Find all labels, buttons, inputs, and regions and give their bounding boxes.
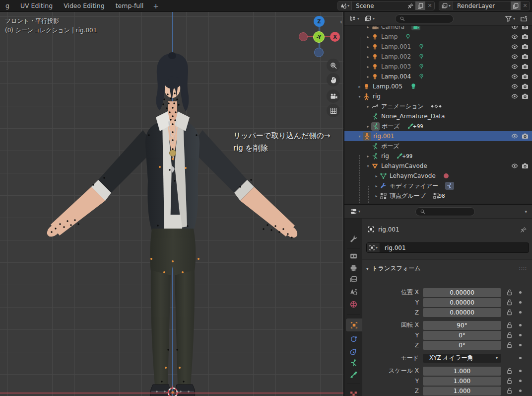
render-visibility-icon[interactable] — [521, 162, 529, 170]
tab-view-layer-properties[interactable] — [344, 273, 362, 286]
gizmo-y-negative[interactable]: -Y — [313, 31, 325, 43]
visibility-eye-icon[interactable] — [511, 132, 519, 140]
animate-property-dot[interactable] — [519, 334, 522, 336]
chevron-down-icon[interactable]: ▾ — [525, 209, 527, 214]
scene-name[interactable]: Scene — [352, 2, 405, 9]
outliner-row-label[interactable]: Lamp.002 — [381, 53, 411, 60]
gizmo-z-negative[interactable] — [314, 48, 324, 57]
outliner-row-label[interactable]: 頂点グループ — [390, 192, 426, 200]
camera-view-button[interactable] — [327, 89, 340, 103]
gizmo-x-positive[interactable]: X — [330, 32, 340, 42]
tab-bone-properties[interactable] — [344, 368, 362, 381]
render-visibility-icon[interactable] — [521, 82, 529, 90]
animate-property-dot[interactable] — [519, 324, 522, 326]
tab-object-data-properties[interactable] — [344, 356, 362, 369]
lock-icon[interactable] — [506, 341, 513, 349]
disclosure-arrow-icon[interactable]: ▾ — [365, 164, 371, 168]
disclosure-arrow-icon[interactable]: ▸ — [365, 75, 371, 79]
outliner-row-rig.001[interactable]: ▾rig.001 — [344, 131, 532, 141]
zoom-button[interactable] — [327, 59, 340, 72]
scene-icon[interactable]: ▾ — [338, 1, 352, 10]
renderlayer-selector[interactable]: ▾ RenderLayer ✕ — [439, 1, 530, 10]
outliner-row-label[interactable]: Lamp.004 — [381, 73, 411, 80]
outliner-row-label[interactable]: Lamp.003 — [381, 63, 411, 70]
pan-hand-button[interactable] — [327, 73, 340, 86]
pin-icon[interactable] — [520, 226, 527, 234]
object-name-value[interactable]: rig.001 — [380, 244, 406, 251]
gizmo-z-positive[interactable]: Z — [314, 16, 325, 27]
add-workspace-button[interactable]: + — [149, 0, 163, 12]
renderlayer-name[interactable]: RenderLayer — [453, 2, 511, 9]
outliner-row-Lamp.003[interactable]: ▸Lamp.003 — [344, 62, 532, 72]
outliner-row-アニメーション[interactable]: ▸アニメーション — [344, 101, 532, 111]
scene-selector[interactable]: ▾ Scene ✕ — [337, 1, 435, 10]
disclosure-arrow-icon[interactable]: ▸ — [373, 184, 380, 188]
outliner-row-label[interactable]: ポーズ — [381, 142, 399, 151]
outliner-row-Lamp.004[interactable]: ▸Lamp.004 — [344, 72, 532, 81]
rotation-x-field[interactable]: 90° — [423, 321, 501, 330]
disclosure-arrow-icon[interactable]: ▸ — [365, 45, 371, 49]
workspace-tab-video-editing[interactable]: Video Editing — [58, 0, 110, 12]
outliner-row-label[interactable]: LehaymCavode — [390, 172, 436, 179]
tab-physics-properties[interactable] — [344, 332, 362, 345]
outliner-row-label[interactable]: モディファイアー — [390, 182, 438, 190]
lock-icon[interactable] — [506, 289, 513, 296]
properties-editor-type-button[interactable]: ▾ — [348, 207, 362, 216]
pin-icon[interactable] — [405, 1, 415, 10]
outliner-row-ポーズ[interactable]: ポーズ — [344, 141, 532, 151]
visibility-eye-icon[interactable] — [511, 53, 519, 61]
disclosure-arrow-icon[interactable]: ▸ — [365, 55, 371, 59]
render-visibility-icon[interactable] — [521, 73, 529, 80]
new-renderlayer-button[interactable] — [511, 1, 521, 10]
tab-render-properties[interactable] — [344, 249, 362, 262]
rotation-z-field[interactable]: 0° — [423, 341, 501, 350]
workspace-tab-g[interactable]: g — [0, 0, 15, 12]
visibility-eye-icon[interactable] — [511, 92, 519, 100]
outliner-row-頂点グループ[interactable]: ▸頂点グループ98 — [344, 191, 532, 201]
tab-scene-properties[interactable] — [344, 285, 362, 298]
disclosure-arrow-icon[interactable]: ▸ — [365, 35, 371, 39]
animate-property-dot[interactable] — [519, 311, 522, 314]
outliner-row-label[interactable]: ポーズ — [382, 122, 400, 131]
viewport-3d[interactable]: フロント・平行投影 (0) シーンコレクション | rig.001 リッパーで取… — [0, 12, 343, 396]
object-name-field[interactable]: ▾ rig.001 — [366, 242, 529, 253]
display-mode-button[interactable]: ▾ — [363, 14, 376, 23]
render-visibility-icon[interactable] — [521, 63, 529, 71]
tab-world-properties[interactable] — [344, 298, 362, 311]
outliner-row-LehaymCavode[interactable]: ▾LehaymCavode — [344, 161, 532, 171]
outliner-row-label[interactable]: Lamp.001 — [381, 43, 411, 50]
disclosure-arrow-icon[interactable]: ▸ — [365, 124, 371, 129]
animate-property-dot[interactable] — [519, 291, 522, 294]
outliner-row-Lamp.001[interactable]: ▸Lamp.001 — [344, 42, 532, 52]
outliner-search-input[interactable] — [395, 14, 454, 23]
visibility-eye-icon[interactable] — [511, 73, 519, 80]
gizmo-x-negative[interactable] — [299, 32, 308, 41]
renderlayer-icon[interactable]: ▾ — [439, 1, 453, 10]
location-z-field[interactable]: 0.00000 — [423, 308, 501, 317]
visibility-eye-icon[interactable] — [511, 162, 519, 170]
render-visibility-icon[interactable] — [521, 33, 529, 41]
panel-drag-handle[interactable]: :::: — [519, 266, 527, 271]
workspace-tab-uv-editing[interactable]: UV Editing — [15, 0, 58, 12]
animate-property-dot[interactable] — [519, 344, 522, 346]
visibility-eye-icon[interactable] — [511, 63, 519, 71]
scale-x-field[interactable]: 1.000 — [423, 367, 501, 376]
remove-renderlayer-icon[interactable]: ✕ — [521, 2, 530, 9]
visibility-eye-icon[interactable] — [511, 33, 519, 41]
scale-y-field[interactable]: 1.000 — [423, 377, 501, 386]
outliner-row-モディファイアー[interactable]: ▸モディファイアー — [344, 181, 532, 191]
animate-property-dot[interactable] — [519, 390, 522, 392]
rotation-mode-dropdown[interactable]: XYZ オイラー角▾ — [423, 354, 501, 363]
visibility-eye-icon[interactable] — [511, 43, 519, 51]
tab-tool-properties[interactable] — [344, 232, 362, 245]
scale-z-field[interactable]: 1.000 — [423, 387, 501, 396]
filter-button[interactable]: ▾ — [503, 14, 517, 23]
outliner-row-Lamp[interactable]: ▸Lamp — [344, 32, 532, 42]
search-input[interactable] — [427, 209, 467, 215]
lock-icon[interactable] — [506, 331, 513, 339]
unlink-scene-icon[interactable]: ✕ — [425, 2, 434, 9]
tab-texture-properties[interactable] — [344, 388, 362, 396]
disclosure-arrow-icon[interactable]: ▸ — [365, 65, 371, 69]
render-visibility-icon[interactable] — [521, 132, 529, 140]
outliner-row-label[interactable]: アニメーション — [381, 102, 424, 111]
